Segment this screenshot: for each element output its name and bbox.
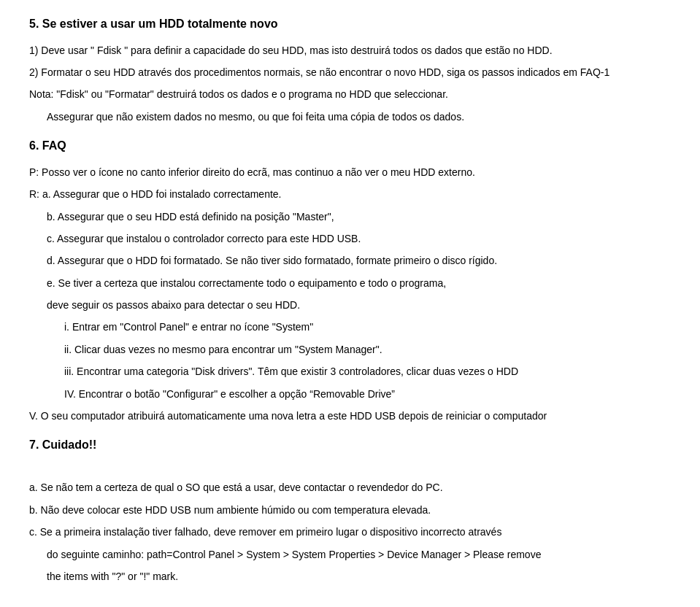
faq-answer-b: b. Assegurar que o seu HDD está definido… [47, 209, 671, 225]
caution-c-sub: do seguinte caminho: path=Control Panel … [47, 546, 671, 562]
section-5: 5. Se estiver a usar um HDD totalmente n… [29, 15, 671, 125]
caution-c-sub2: the items with "?" or "!" mark. [47, 568, 671, 584]
point-2-note: Nota: "Fdisk" ou "Formatar" destruirá to… [29, 86, 671, 102]
section-6-heading: 6. FAQ [29, 136, 671, 155]
faq-answer-e-iv: IV. Encontrar o botão "Configurar" e esc… [64, 386, 671, 402]
caution-a: a. Se não tem a certeza de qual o SO que… [29, 479, 671, 495]
faq-answer-e-intro: e. Se tiver a certeza que instalou corre… [47, 275, 671, 291]
faq-question: P: Posso ver o ícone no canto inferior d… [29, 164, 671, 180]
section-5-heading: 5. Se estiver a usar um HDD totalmente n… [29, 15, 671, 34]
section-6: 6. FAQ P: Posso ver o ícone no canto inf… [29, 136, 671, 424]
faq-answer-v: V. O seu computador atribuirá automatica… [29, 408, 671, 424]
point-2-intro: 2) Formatar o seu HDD através dos proced… [29, 64, 671, 80]
faq-answer-e-iii: iii. Encontrar uma categoria "Disk drive… [64, 363, 671, 379]
section-7-heading: 7. Cuidado!! [29, 436, 671, 455]
caution-c-intro: c. Se a primeira instalação tiver falhad… [29, 524, 671, 540]
faq-answer-a: R: a. Assegurar que o HDD foi instalado … [29, 186, 671, 202]
caution-b: b. Não deve colocar este HDD USB num amb… [29, 502, 671, 518]
faq-answer-e-ii: ii. Clicar duas vezes no mesmo para enco… [64, 341, 671, 357]
faq-answer-d: d. Assegurar que o HDD foi formatado. Se… [47, 252, 671, 268]
faq-answer-c: c. Assegurar que instalou o controlador … [47, 231, 671, 247]
main-content: 5. Se estiver a usar um HDD totalmente n… [29, 15, 671, 584]
faq-answer-e-i: i. Entrar em "Control Panel" e entrar no… [64, 319, 671, 335]
point-2-sub: Assegurar que não existem dados no mesmo… [47, 109, 671, 125]
point-1: 1) Deve usar " Fdisk " para definir a ca… [29, 42, 671, 58]
faq-answer-e-sub1: deve seguir os passos abaixo para detect… [47, 297, 671, 313]
section-7: 7. Cuidado!! a. Se não tem a certeza de … [29, 436, 671, 584]
